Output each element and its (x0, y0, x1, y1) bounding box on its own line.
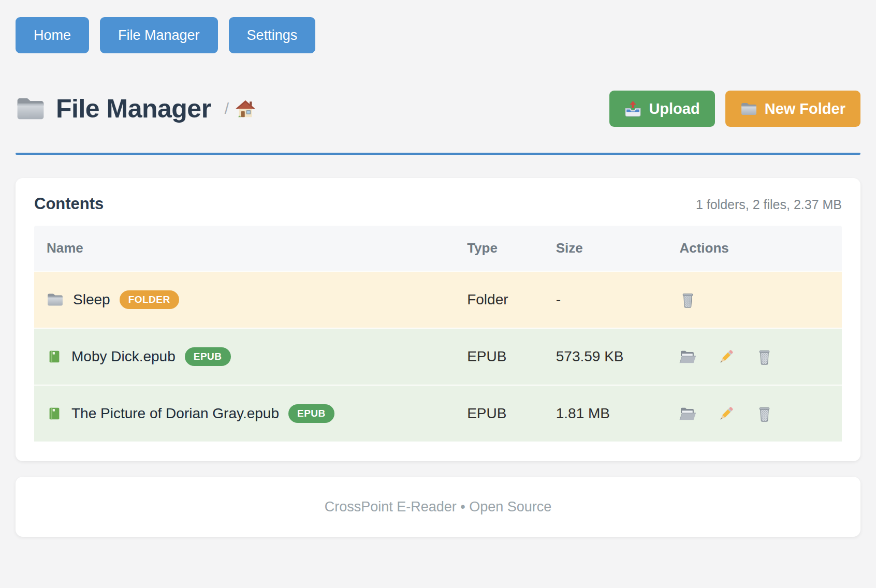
item-name[interactable]: Moby Dick.epub (71, 348, 176, 365)
contents-summary: 1 folders, 2 files, 2.37 MB (696, 197, 842, 212)
title-group: File Manager / (16, 94, 256, 124)
header-actions: Upload New Folder (609, 91, 860, 127)
wastebasket-icon (756, 348, 773, 365)
green-book-icon (47, 405, 62, 422)
footer-text: CrossPoint E-Reader • Open Source (325, 499, 552, 515)
contents-card-header: Contents 1 folders, 2 files, 2.37 MB (34, 195, 842, 213)
delete-button[interactable] (756, 348, 773, 365)
breadcrumb: / (225, 99, 256, 119)
table-row-dorian-gray: The Picture of Dorian Gray.epub EPUB EPU… (34, 385, 842, 442)
wastebasket-icon (679, 291, 696, 308)
outbox-tray-icon (624, 100, 641, 117)
home-icon[interactable] (235, 99, 256, 119)
item-size: - (556, 271, 680, 328)
column-header-type: Type (467, 226, 556, 271)
rename-button[interactable] (718, 405, 735, 422)
title-underline (16, 153, 860, 155)
table-row-sleep: Sleep FOLDER Folder - (34, 271, 842, 328)
move-button[interactable] (679, 348, 696, 365)
epub-badge: EPUB (185, 347, 231, 366)
top-nav: Home File Manager Settings (16, 17, 860, 53)
epub-badge: EPUB (288, 404, 334, 423)
footer-card: CrossPoint E-Reader • Open Source (16, 477, 860, 537)
contents-heading: Contents (34, 195, 104, 213)
table-row-moby-dick: Moby Dick.epub EPUB EPUB 573.59 KB (34, 328, 842, 385)
item-size: 573.59 KB (556, 328, 680, 385)
wastebasket-icon (756, 405, 773, 422)
table-header-row: Name Type Size Actions (34, 226, 842, 271)
page-title: File Manager (56, 94, 211, 124)
file-manager-page: Home File Manager Settings File Manager … (0, 0, 876, 588)
folder-badge: FOLDER (120, 290, 179, 309)
folder-icon (740, 100, 757, 117)
upload-button-label: Upload (649, 100, 699, 117)
contents-card: Contents 1 folders, 2 files, 2.37 MB Nam… (16, 178, 860, 461)
nav-button-home[interactable]: Home (16, 17, 89, 53)
column-header-name: Name (34, 226, 467, 271)
open-folder-icon (679, 348, 696, 365)
item-size: 1.81 MB (556, 385, 680, 442)
item-type: Folder (467, 271, 556, 328)
new-folder-button[interactable]: New Folder (725, 91, 860, 127)
item-name[interactable]: Sleep (73, 291, 110, 308)
item-name[interactable]: The Picture of Dorian Gray.epub (71, 405, 279, 422)
nav-button-settings[interactable]: Settings (229, 17, 316, 53)
item-type: EPUB (467, 385, 556, 442)
delete-button[interactable] (679, 291, 696, 308)
page-header: File Manager / Upload New Folder (16, 91, 860, 127)
green-book-icon (47, 348, 62, 365)
new-folder-button-label: New Folder (765, 100, 845, 117)
item-type: EPUB (467, 328, 556, 385)
nav-button-file-manager[interactable]: File Manager (100, 17, 218, 53)
column-header-size: Size (556, 226, 680, 271)
upload-button[interactable]: Upload (609, 91, 714, 127)
pencil-icon (718, 348, 735, 365)
folder-icon (47, 292, 64, 307)
breadcrumb-separator: / (225, 100, 229, 117)
pencil-icon (718, 405, 735, 422)
folder-icon (16, 96, 46, 122)
move-button[interactable] (679, 405, 696, 422)
files-table: Name Type Size Actions Sleep FOLDER (34, 226, 842, 442)
open-folder-icon (679, 405, 696, 422)
column-header-actions: Actions (679, 226, 842, 271)
rename-button[interactable] (718, 348, 735, 365)
delete-button[interactable] (756, 405, 773, 422)
